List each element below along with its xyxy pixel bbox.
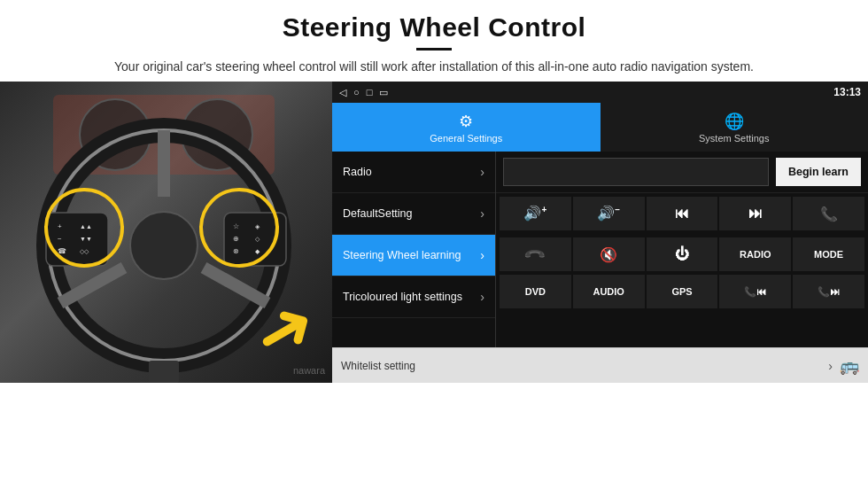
radio-button[interactable]: RADIO	[719, 237, 791, 271]
gear-icon: ⚙	[459, 112, 473, 131]
globe-icon: 🌐	[725, 112, 744, 131]
tab-general-settings[interactable]: ⚙ General Settings	[332, 103, 601, 152]
mode-button[interactable]: MODE	[793, 237, 864, 271]
gps-label: GPS	[671, 286, 692, 297]
next-track-icon: ⏭	[748, 206, 763, 222]
back-icon[interactable]: ◁	[339, 87, 346, 98]
begin-learn-button[interactable]: Begin learn	[776, 158, 861, 186]
begin-learn-row: Begin learn	[496, 152, 868, 193]
power-button[interactable]: ⏻	[647, 237, 718, 271]
whitelist-label[interactable]: Whitelist setting	[341, 360, 821, 372]
svg-point-8	[130, 212, 198, 279]
bottom-btn-row: DVD AUDIO GPS 📞⏮ 📞⏭	[496, 275, 868, 312]
control-btn-grid-2: 📞 🔇 ⏻ RADIO MODE	[496, 234, 868, 275]
vol-up-icon: 🔊+	[523, 205, 546, 222]
extra-icon[interactable]: ▭	[379, 87, 388, 98]
menu-list: Radio › DefaultSetting › Steering Wheel …	[332, 152, 496, 347]
vol-up-button[interactable]: 🔊+	[500, 197, 571, 230]
radio-label: RADIO	[740, 249, 771, 260]
status-bar: ◁ ○ □ ▭ 13:13	[332, 82, 868, 103]
audio-button[interactable]: AUDIO	[573, 275, 645, 308]
chevron-radio-icon: ›	[480, 165, 484, 179]
chevron-tricoloured-icon: ›	[480, 290, 484, 304]
page-wrapper: Steering Wheel Control Your original car…	[0, 0, 868, 498]
tab-system-label: System Settings	[699, 133, 769, 144]
subtitle: Your original car's steering wheel contr…	[35, 58, 833, 76]
highlight-circle-right	[199, 188, 279, 268]
gps-button[interactable]: GPS	[647, 275, 718, 308]
dvd-label: DVD	[525, 286, 546, 297]
recent-icon[interactable]: □	[367, 87, 373, 97]
prev-track-button[interactable]: ⏮	[647, 197, 718, 230]
content-area: + − ☎ ▲▲ ▼▼ ◇◇ ☆ ⊕ ⊗ ◈ ◇ ◆ ➜	[0, 82, 868, 498]
tel-prev-button[interactable]: 📞⏮	[719, 275, 791, 308]
tel-prev-icon: 📞⏮	[744, 286, 766, 298]
whitelist-chevron-icon: ›	[828, 359, 833, 373]
menu-item-tricoloured-label: Tricoloured light settings	[343, 291, 462, 303]
phone-button[interactable]: 📞	[793, 197, 864, 230]
power-icon: ⏻	[675, 246, 689, 262]
mute-icon: 🔇	[600, 246, 617, 263]
next-track-button[interactable]: ⏭	[719, 197, 791, 230]
menu-item-default-setting[interactable]: DefaultSetting ›	[332, 193, 495, 235]
controls-panel: Begin learn 🔊+ 🔊− ⏮	[496, 152, 868, 347]
chevron-steering-icon: ›	[480, 248, 484, 262]
menu-item-steering[interactable]: Steering Wheel learning ›	[332, 235, 495, 276]
vol-down-button[interactable]: 🔊−	[573, 197, 645, 230]
menu-item-radio[interactable]: Radio ›	[332, 152, 495, 193]
dvd-button[interactable]: DVD	[500, 275, 571, 308]
prev-track-icon: ⏮	[675, 206, 689, 222]
whitelist-row: Whitelist setting › 🚌	[332, 347, 868, 383]
svg-rect-23	[149, 361, 179, 383]
chevron-default-icon: ›	[480, 206, 484, 221]
phone-icon: 📞	[820, 206, 838, 222]
hangup-icon: 📞	[523, 242, 548, 267]
learn-input[interactable]	[503, 158, 769, 186]
status-time: 13:13	[833, 86, 861, 98]
tel-next-button[interactable]: 📞⏭	[793, 275, 864, 308]
tab-general-label: General Settings	[430, 133, 502, 144]
menu-controls: Radio › DefaultSetting › Steering Wheel …	[332, 152, 868, 347]
menu-item-radio-label: Radio	[343, 166, 372, 178]
title-divider	[416, 48, 452, 51]
steering-wheel-image: + − ☎ ▲▲ ▼▼ ◇◇ ☆ ⊕ ⊗ ◈ ◇ ◆ ➜	[0, 82, 332, 383]
vol-down-icon: 🔊−	[597, 205, 620, 222]
menu-item-tricoloured[interactable]: Tricoloured light settings ›	[332, 276, 495, 318]
highlight-circle-left	[44, 188, 124, 268]
page-title: Steering Wheel Control	[35, 12, 833, 43]
menu-item-steering-label: Steering Wheel learning	[343, 249, 461, 261]
control-btn-grid-1: 🔊+ 🔊− ⏮ ⏭ 📞	[496, 193, 868, 234]
menu-item-default-label: DefaultSetting	[343, 207, 413, 220]
header-section: Steering Wheel Control Your original car…	[0, 0, 868, 82]
whitelist-icon: 🚌	[840, 356, 859, 376]
tel-next-icon: 📞⏭	[818, 286, 840, 298]
svg-line-6	[60, 268, 124, 303]
android-panel: ◁ ○ □ ▭ 13:13 ⚙ General Settings 🌐 Syste…	[332, 82, 868, 383]
mute-button[interactable]: 🔇	[573, 237, 645, 271]
audio-label: AUDIO	[593, 286, 624, 297]
tab-system-settings[interactable]: 🌐 System Settings	[601, 103, 869, 152]
home-icon[interactable]: ○	[353, 87, 360, 97]
status-left-icons: ◁ ○ □ ▭	[339, 87, 388, 98]
hangup-button[interactable]: 📞	[500, 237, 571, 271]
top-tabs: ⚙ General Settings 🌐 System Settings	[332, 103, 868, 152]
mode-label: MODE	[814, 249, 843, 260]
